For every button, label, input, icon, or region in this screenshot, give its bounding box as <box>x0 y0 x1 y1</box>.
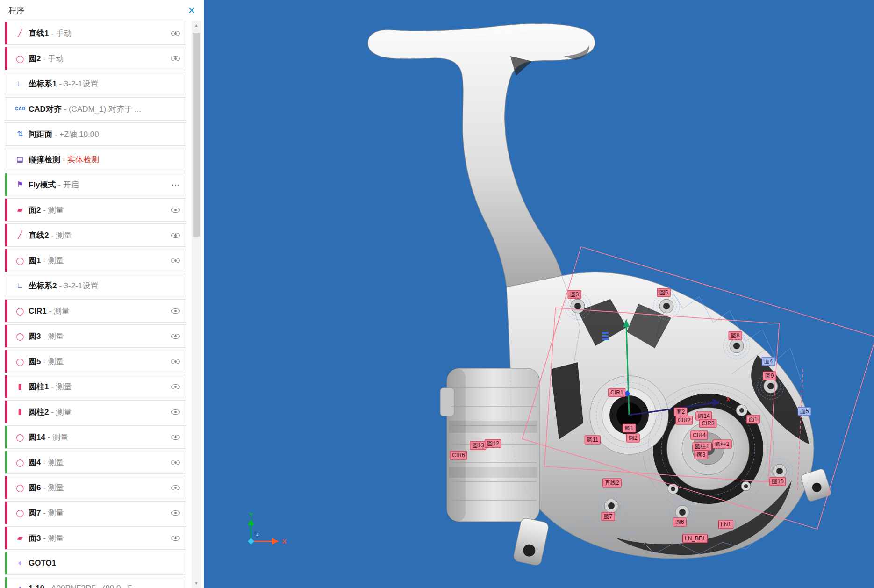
program-item[interactable]: ◯ 圆1 - 测量 ⋯ <box>5 249 186 272</box>
measure-badge[interactable]: CIR4 <box>690 431 708 440</box>
visibility-eye-icon[interactable] <box>165 536 186 541</box>
visibility-eye-icon[interactable] <box>165 308 186 314</box>
visibility-eye-icon[interactable] <box>165 56 186 61</box>
item-accent-bar <box>5 148 7 171</box>
item-suffix: - 测量 <box>41 357 64 366</box>
measure-badge[interactable]: 圆13 <box>470 441 486 450</box>
world-axis-z-label: z <box>256 531 259 537</box>
visibility-eye-icon[interactable] <box>165 31 186 36</box>
program-item[interactable]: ╱ 直线2 - 测量 ⋯ <box>5 223 186 247</box>
item-accent-bar <box>5 527 7 549</box>
program-item[interactable]: ▮ 圆柱2 - 测量 ⋯ <box>5 400 186 423</box>
program-item[interactable]: ◯ 圆3 - 测量 ⋯ <box>5 324 186 348</box>
item-accent-bar <box>5 451 7 473</box>
item-label: 直线2 - 测量 <box>29 230 165 241</box>
measure-badge[interactable]: 面4 <box>762 357 775 366</box>
program-item[interactable]: ⌖ GOTO1 ⋯ <box>5 552 186 575</box>
program-item[interactable]: ∟ 坐标系1 - 3-2-1设置 ⋯ <box>5 72 186 95</box>
program-item[interactable]: ◯ 圆7 - 测量 ⋯ <box>5 501 186 524</box>
item-suffix: - 开启 <box>56 180 79 189</box>
item-accent-bar <box>5 325 7 347</box>
visibility-eye-icon[interactable] <box>165 485 186 490</box>
measure-badge[interactable]: 圆2 <box>626 434 640 443</box>
program-item[interactable]: ◯ 圆14 - 测量 ⋯ <box>5 425 186 449</box>
item-label: Fly模式 - 开启 <box>29 179 165 190</box>
program-item[interactable]: ◯ CIR1 - 测量 ⋯ <box>5 299 186 323</box>
item-icon: ◯ <box>12 333 29 340</box>
measure-badge[interactable]: 圆柱2 <box>713 440 732 449</box>
item-name: 圆柱2 <box>29 408 49 416</box>
scroll-up-icon[interactable]: ▲ <box>192 21 201 30</box>
measure-badge[interactable]: 圆3 <box>568 290 581 299</box>
item-name: CIR1 <box>29 307 47 316</box>
program-item[interactable]: ▰ 面3 - 测量 ⋯ <box>5 526 186 550</box>
measure-badge[interactable]: CIR6 <box>450 451 467 460</box>
measure-badge[interactable]: 圆11 <box>585 436 601 445</box>
measure-badge[interactable]: 圆6 <box>673 518 687 527</box>
program-item[interactable]: ▤ 碰撞检测 - 实体检测 ⋯ <box>5 148 186 171</box>
item-icon: ◯ <box>12 55 29 62</box>
measure-badge[interactable]: 直线2 <box>602 479 622 488</box>
program-item[interactable]: ◯ 圆6 - 测量 ⋯ <box>5 476 186 499</box>
viewport[interactable]: x Y X z 圆3圆5圆8面4圆9面5CIR1面2CIR2圆14CIR3面1圆… <box>204 0 874 588</box>
item-suffix: - 测量 <box>49 231 72 240</box>
item-icon: ◯ <box>12 308 29 315</box>
item-suffix: - 测量 <box>47 307 70 316</box>
program-item[interactable]: ∟ 坐标系2 - 3-2-1设置 ⋯ <box>5 274 186 297</box>
measure-badge[interactable]: 面2 <box>674 408 688 416</box>
visibility-eye-icon[interactable] <box>165 409 186 415</box>
measure-badge[interactable]: LN_BF1 <box>682 534 708 543</box>
item-name: 圆14 <box>29 433 45 442</box>
visibility-eye-icon[interactable] <box>165 435 186 440</box>
program-item[interactable]: ⚑ Fly模式 - 开启 ⋯ <box>5 173 186 196</box>
clip-handle-icon[interactable] <box>602 332 609 340</box>
program-item[interactable]: ⌖ 1-10 - A00PNF2D5 - (90.0 - 5 ⋯ <box>5 577 186 588</box>
item-more-icon[interactable]: ⋯ <box>165 180 186 190</box>
measure-badge[interactable]: 圆5 <box>657 288 671 297</box>
program-item[interactable]: ╱ 直线1 - 手动 ⋯ <box>5 22 186 45</box>
close-icon[interactable]: ✕ <box>188 6 195 15</box>
visibility-eye-icon[interactable] <box>165 460 186 465</box>
measure-badge[interactable]: 圆1 <box>623 424 636 433</box>
visibility-eye-icon[interactable] <box>165 510 186 516</box>
measure-badge[interactable]: 面3 <box>695 451 708 459</box>
measure-badge[interactable]: 圆9 <box>763 372 776 380</box>
item-name: 圆6 <box>29 483 41 492</box>
measure-badge[interactable]: 圆柱1 <box>693 442 712 451</box>
measure-badge[interactable]: CIR3 <box>699 419 716 428</box>
visibility-eye-icon[interactable] <box>165 334 186 339</box>
program-item[interactable]: ◯ 圆2 - 手动 ⋯ <box>5 47 186 70</box>
measure-badge[interactable]: LN1 <box>718 520 733 529</box>
item-name: 面2 <box>29 206 41 215</box>
item-name: 圆4 <box>29 458 41 467</box>
measure-badge[interactable]: 圆7 <box>602 512 615 521</box>
program-item[interactable]: ▮ 圆柱1 - 测量 ⋯ <box>5 375 186 398</box>
measure-badge[interactable]: 圆8 <box>729 331 742 340</box>
measure-badge[interactable]: 面1 <box>746 415 760 424</box>
program-item[interactable]: ◯ 圆5 - 测量 ⋯ <box>5 350 186 373</box>
scrollbar[interactable]: ▲ ▼ <box>192 21 201 588</box>
scroll-down-icon[interactable]: ▼ <box>192 579 201 588</box>
program-item[interactable]: ▰ 面2 - 测量 ⋯ <box>5 198 186 222</box>
program-item[interactable]: ⇅ 间距面 - +Z轴 10.00 ⋯ <box>5 122 186 146</box>
measure-badge[interactable]: CIR2 <box>675 416 693 425</box>
scrollbar-thumb[interactable] <box>193 33 200 237</box>
visibility-eye-icon[interactable] <box>165 258 186 263</box>
measure-badge[interactable]: 圆12 <box>485 439 501 448</box>
visibility-eye-icon[interactable] <box>165 384 186 389</box>
item-accent-bar <box>5 476 7 499</box>
program-item[interactable]: CAD CAD对齐 - (CADM_1) 对齐于 ... ⋯ <box>5 97 186 121</box>
item-name: 面3 <box>29 534 41 543</box>
item-label: 碰撞检测 - 实体检测 <box>29 154 186 165</box>
item-accent-bar <box>5 552 7 574</box>
program-item[interactable]: ◯ 圆4 - 测量 ⋯ <box>5 451 186 474</box>
visibility-eye-icon[interactable] <box>165 233 186 238</box>
item-icon: ⌖ <box>12 559 29 567</box>
visibility-eye-icon[interactable] <box>165 208 186 213</box>
visibility-eye-icon[interactable] <box>165 359 186 364</box>
measure-badge[interactable]: 面5 <box>798 407 811 416</box>
measure-badge[interactable]: 圆10 <box>769 477 786 486</box>
program-list: ╱ 直线1 - 手动 ⋯ ◯ 圆2 - 手动 ⋯ ∟ 坐标系1 - 3-2-1设… <box>0 21 186 588</box>
item-label: 圆柱1 - 测量 <box>29 381 165 392</box>
measure-badge[interactable]: CIR1 <box>608 388 625 397</box>
